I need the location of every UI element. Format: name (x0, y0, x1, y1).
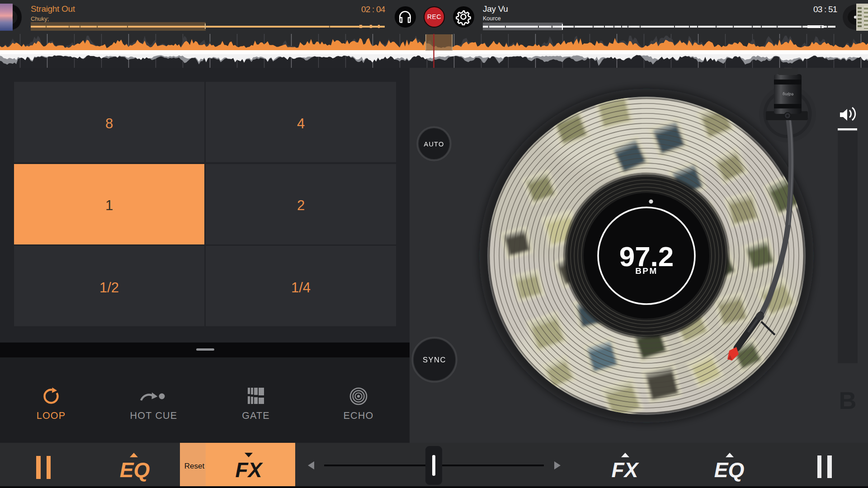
svg-text:edjing: edjing (783, 92, 793, 97)
svg-text:BPM: BPM (635, 266, 658, 276)
svg-text:AUTO: AUTO (424, 141, 444, 148)
svg-text:SYNC: SYNC (423, 356, 446, 364)
svg-text:B: B (839, 387, 857, 414)
